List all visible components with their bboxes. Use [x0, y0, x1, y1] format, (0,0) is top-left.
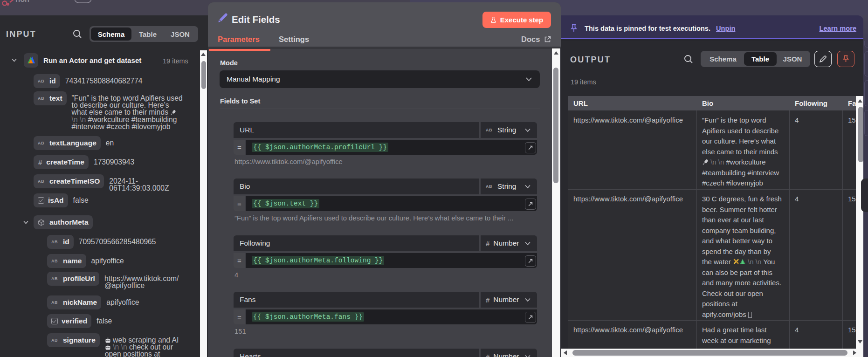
svg-text:n8n: n8n — [15, 0, 29, 4]
